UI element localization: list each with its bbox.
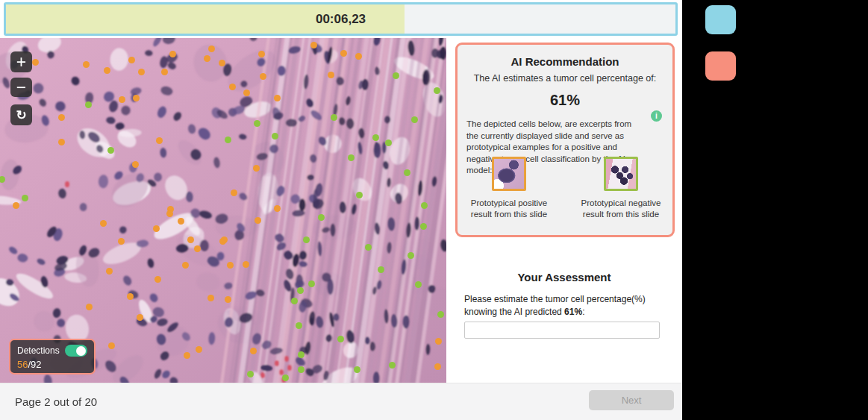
timer-value: 00:06,23 — [6, 4, 675, 34]
detection-dot — [355, 53, 362, 60]
detection-dot — [337, 336, 344, 342]
app-window: 00:06,23 + − ↻ Detections — [0, 0, 682, 420]
detections-label: Detections — [17, 345, 60, 356]
assessment-prompt-suffix: : — [582, 307, 584, 317]
detection-dot — [182, 262, 189, 269]
detection-dot — [107, 147, 114, 154]
detection-dot — [243, 90, 250, 96]
timer-progress-bar: 00:06,23 — [4, 2, 678, 36]
detection-dot — [372, 134, 379, 141]
minus-icon: − — [16, 78, 26, 98]
detection-dot — [194, 245, 201, 252]
detection-dot — [420, 223, 427, 230]
detection-dot — [13, 202, 19, 209]
detection-dot — [274, 95, 281, 101]
next-button[interactable]: Next — [589, 390, 674, 410]
detection-dot — [303, 236, 310, 243]
assessment-title: Your Assessment — [446, 271, 682, 283]
positive-example-thumbnail — [492, 157, 526, 191]
detection-dot — [291, 298, 298, 304]
rotate-icon: ↻ — [16, 107, 26, 123]
detection-dot — [298, 351, 305, 358]
detection-dot — [178, 218, 184, 225]
detection-dot — [106, 268, 113, 275]
detection-dot — [153, 225, 160, 232]
detection-dot — [393, 72, 399, 79]
detection-dot — [169, 51, 176, 57]
detection-dot — [22, 195, 28, 201]
side-panel: AI Recommendation The AI estimates a tum… — [446, 38, 682, 383]
detections-toggle[interactable] — [65, 345, 87, 357]
detection-dot — [274, 205, 281, 212]
detection-dot — [225, 296, 231, 303]
ai-estimate-value: 61% — [458, 92, 672, 109]
detections-count: 56/92 — [17, 359, 87, 370]
detection-dot — [411, 116, 418, 123]
detection-dot — [247, 371, 254, 377]
detection-dot — [108, 342, 115, 349]
detection-dot — [127, 293, 134, 300]
negative-example-caption: Prototypical negative result from this s… — [575, 198, 667, 220]
info-icon[interactable]: i — [651, 110, 662, 122]
ai-estimate-subtitle: The AI estimates a tumor cell percentage… — [458, 73, 672, 84]
ai-recommendation-card: AI Recommendation The AI estimates a tum… — [455, 43, 675, 237]
detection-dot — [166, 210, 173, 217]
salmon-color-swatch[interactable] — [705, 51, 736, 81]
assessment-prompt: Please estimate the tumor cell percentag… — [464, 293, 666, 319]
detection-dot — [231, 189, 237, 196]
detection-dot — [434, 363, 441, 370]
detection-dot — [119, 96, 125, 103]
detection-dot — [104, 67, 110, 74]
detection-dot — [137, 314, 143, 321]
negative-example: Prototypical negative result from this s… — [575, 157, 667, 220]
screen: 00:06,23 + − ↻ Detections — [0, 0, 868, 420]
assessment-prompt-value: 61% — [564, 307, 582, 317]
detection-dot — [227, 262, 234, 269]
detection-dot — [258, 51, 265, 57]
detection-dot — [225, 137, 231, 143]
detection-dot — [421, 202, 428, 209]
detection-dot — [272, 133, 278, 140]
rotate-button[interactable]: ↻ — [10, 104, 32, 125]
plus-icon: + — [16, 52, 26, 72]
detection-dot — [85, 101, 92, 108]
detection-dot — [408, 252, 414, 259]
detection-dot — [221, 236, 228, 243]
page-indicator: Page 2 out of 20 — [15, 383, 97, 420]
detection-dot — [0, 176, 5, 183]
detections-widget: Detections 56/92 — [9, 339, 96, 374]
detection-dot — [229, 84, 236, 90]
detection-dot — [187, 236, 194, 243]
detection-dot — [86, 304, 93, 310]
detection-dot — [282, 374, 289, 381]
detection-dot — [378, 266, 384, 273]
detection-dot — [132, 161, 139, 168]
detection-dot — [154, 276, 161, 283]
detection-dot — [435, 338, 442, 345]
positive-example-caption: Prototypical positive result from this s… — [463, 198, 555, 220]
detection-dot — [354, 366, 360, 373]
zoom-in-button[interactable]: + — [10, 51, 32, 72]
detection-dot — [340, 50, 347, 57]
detection-dot — [260, 73, 266, 80]
detection-dot — [328, 72, 334, 78]
negative-example-thumbnail — [604, 157, 638, 191]
assessment-input[interactable] — [464, 322, 660, 339]
detection-dot — [253, 165, 260, 172]
detection-dot — [404, 169, 410, 176]
detection-dot — [184, 352, 190, 359]
detection-dot — [318, 214, 325, 221]
zoom-out-button[interactable]: − — [10, 78, 32, 97]
detection-dot — [207, 295, 214, 301]
detection-dot — [297, 287, 304, 294]
prototype-examples: Prototypical positive result from this s… — [458, 157, 672, 220]
detection-dot — [415, 281, 422, 288]
detection-dot — [243, 261, 249, 268]
detection-dot — [385, 140, 392, 146]
blue-color-swatch[interactable] — [705, 5, 736, 34]
detection-dot — [58, 114, 65, 121]
detection-dot — [138, 69, 145, 75]
detections-total-count: /92 — [28, 359, 41, 370]
slide-viewer[interactable]: + − ↻ Detections 56/92 — [0, 38, 446, 383]
detection-dot — [365, 244, 372, 251]
